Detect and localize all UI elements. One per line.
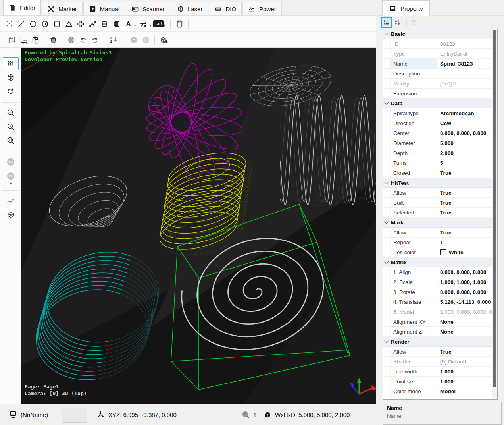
rotate-view-button[interactable] bbox=[3, 85, 19, 98]
property-value[interactable]: EntitySpiral bbox=[437, 49, 492, 58]
property-row-allow[interactable]: AllowTrue bbox=[383, 347, 492, 357]
property-row-name[interactable]: NameSpiral_38123 bbox=[383, 59, 492, 69]
chevron-down-icon[interactable]: ▼ bbox=[9, 183, 12, 185]
property-row-alpha[interactable]: Alpha1.000 bbox=[383, 396, 492, 399]
cross-tool-button[interactable] bbox=[75, 18, 87, 30]
tab-power[interactable]: Power bbox=[242, 2, 282, 15]
property-value[interactable]: Model bbox=[437, 386, 492, 396]
copy-button[interactable] bbox=[6, 34, 17, 46]
chevron-down-icon[interactable]: ▼ bbox=[163, 24, 166, 27]
property-row-modify[interactable]: Modify[0x0] 0 bbox=[383, 79, 492, 89]
property-value[interactable]: None bbox=[437, 317, 492, 326]
property-row-built[interactable]: BuiltTrue bbox=[383, 198, 492, 208]
property-value[interactable]: 5.126, -14.113, 0.000 bbox=[437, 297, 492, 307]
property-row-description[interactable]: Description bbox=[383, 69, 492, 79]
property-row-shader[interactable]: Shader[5] Default bbox=[383, 357, 492, 367]
property-value[interactable]: [5] Default bbox=[437, 357, 492, 366]
measure-path-button[interactable] bbox=[3, 194, 19, 207]
property-row-center[interactable]: Center0.000, 0.000, 0.000 bbox=[383, 128, 492, 138]
tab-scanner[interactable]: Scanner bbox=[126, 2, 170, 15]
property-value[interactable]: Spiral_38123 bbox=[437, 59, 492, 68]
fill-spiral-button[interactable] bbox=[128, 34, 140, 46]
spiral-cylinder-button[interactable] bbox=[98, 18, 110, 30]
move-origin-button[interactable] bbox=[65, 34, 77, 46]
property-row-1-align[interactable]: 1. Align0.000, 0.000, 0.000 bbox=[383, 267, 492, 277]
property-row-diameter[interactable]: Diameter5.000 bbox=[383, 138, 492, 148]
property-category-render[interactable]: Render bbox=[383, 337, 492, 347]
rings-tool-button[interactable] bbox=[110, 18, 122, 30]
alphabetical-sort-button[interactable]: AZ bbox=[392, 17, 403, 28]
grid-toggle-button[interactable] bbox=[3, 57, 19, 70]
property-value[interactable]: 1.000 bbox=[437, 367, 492, 376]
tab-editor[interactable]: Editor bbox=[3, 0, 41, 15]
property-row-closed[interactable]: ClosedTrue bbox=[383, 168, 492, 178]
view-cube-button[interactable] bbox=[3, 71, 19, 84]
property-value[interactable]: 1.000 bbox=[437, 396, 492, 399]
paste-button[interactable] bbox=[29, 34, 41, 46]
property-row-alignment-z[interactable]: Alignment ZNone bbox=[383, 327, 492, 337]
tab-manual[interactable]: Manual bbox=[83, 2, 125, 15]
curve-tool-button[interactable] bbox=[87, 18, 98, 30]
property-value[interactable]: True bbox=[437, 188, 492, 197]
property-value[interactable]: True bbox=[437, 228, 492, 237]
property-value[interactable]: True bbox=[437, 168, 492, 178]
property-row-5-model[interactable]: 5. Model1.000, 0.000, 0.000, 0.000 bbox=[383, 307, 492, 317]
property-value[interactable]: 1 bbox=[437, 238, 492, 247]
property-value[interactable]: None bbox=[437, 327, 492, 336]
property-value[interactable]: Ccw bbox=[437, 118, 492, 128]
property-value[interactable]: 5.000 bbox=[437, 138, 492, 148]
ctrl-key-button[interactable]: Ctrl bbox=[153, 18, 164, 30]
property-row-color-mode[interactable]: Color modeModel bbox=[383, 386, 492, 396]
view-2d-button[interactable]: 2D bbox=[3, 156, 19, 168]
tab-marker[interactable]: Marker bbox=[42, 2, 83, 15]
viewport[interactable]: Powered by SpiralLab.Sirius3 Developer P… bbox=[21, 48, 376, 404]
property-value[interactable]: [0x0] 0 bbox=[437, 79, 492, 88]
circle-tool-button[interactable] bbox=[27, 18, 39, 30]
chevron-down-icon[interactable] bbox=[384, 180, 389, 184]
property-value[interactable]: True bbox=[437, 347, 492, 356]
viewport-canvas[interactable]: Powered by SpiralLab.Sirius3 Developer P… bbox=[21, 48, 376, 404]
split-entity-button[interactable] bbox=[158, 34, 169, 46]
property-value[interactable]: True bbox=[437, 208, 492, 217]
property-pages-button[interactable] bbox=[410, 17, 420, 28]
property-value[interactable]: 2.000 bbox=[437, 148, 492, 158]
property-row-allow[interactable]: AllowTrue bbox=[383, 188, 492, 198]
zoom-out-button[interactable] bbox=[3, 106, 19, 119]
property-row-pen-color[interactable]: Pen colorWhite bbox=[383, 247, 492, 257]
chevron-down-icon[interactable] bbox=[384, 100, 389, 104]
scrollbar-thumb[interactable] bbox=[493, 30, 496, 387]
tab-dio[interactable]: DIO bbox=[209, 2, 242, 15]
property-value[interactable]: 1.000, 1.000, 1.000 bbox=[437, 277, 492, 287]
property-value[interactable]: White bbox=[437, 247, 492, 257]
property-category-mark[interactable]: Mark bbox=[383, 218, 492, 228]
property-value[interactable]: 0.000, 0.000, 0.000 bbox=[437, 267, 492, 277]
tab-property[interactable]: Property bbox=[382, 0, 430, 16]
chevron-down-icon[interactable] bbox=[384, 31, 389, 35]
chevron-down-icon[interactable]: ▼ bbox=[133, 24, 137, 27]
property-row-line-width[interactable]: Line width1.000 bbox=[383, 367, 492, 377]
property-value[interactable]: 5 bbox=[437, 158, 492, 168]
property-row-depth[interactable]: Depth2.000 bbox=[383, 148, 492, 158]
property-value[interactable]: 0.000, 0.000, 0.000 bbox=[437, 128, 492, 138]
property-value[interactable]: 38123 bbox=[437, 39, 492, 48]
view-3d-button[interactable]: 3D bbox=[3, 170, 19, 182]
property-row-extension[interactable]: Extension bbox=[383, 89, 492, 99]
property-grid-scrollbar[interactable] bbox=[492, 29, 497, 399]
undo-button[interactable] bbox=[77, 34, 89, 46]
pen-color-preview[interactable] bbox=[62, 408, 87, 423]
chevron-down-icon[interactable]: ▼ bbox=[149, 24, 152, 27]
fill-mesh-button[interactable] bbox=[140, 34, 152, 46]
property-row-4-translate[interactable]: 4. Translate5.126, -14.113, 0.000 bbox=[383, 297, 492, 307]
property-value[interactable]: 0.000, 0.000, 0.000 bbox=[437, 287, 492, 297]
property-row-turns[interactable]: Turns5 bbox=[383, 158, 492, 168]
property-row-direction[interactable]: DirectionCcw bbox=[383, 118, 492, 128]
rectangle-tool-button[interactable] bbox=[51, 18, 63, 30]
property-row-spiral-type[interactable]: Spiral typeArchimedean bbox=[383, 108, 492, 118]
property-category-data[interactable]: Data bbox=[383, 99, 492, 108]
triangle-tool-button[interactable] bbox=[63, 18, 75, 30]
property-row-3-rotate[interactable]: 3. Rotate0.000, 0.000, 0.000 bbox=[383, 287, 492, 297]
property-value[interactable] bbox=[437, 89, 492, 98]
chevron-down-icon[interactable] bbox=[384, 219, 389, 224]
sort-order-button[interactable]: 21 bbox=[107, 34, 122, 46]
card-tool-button[interactable] bbox=[173, 18, 185, 30]
